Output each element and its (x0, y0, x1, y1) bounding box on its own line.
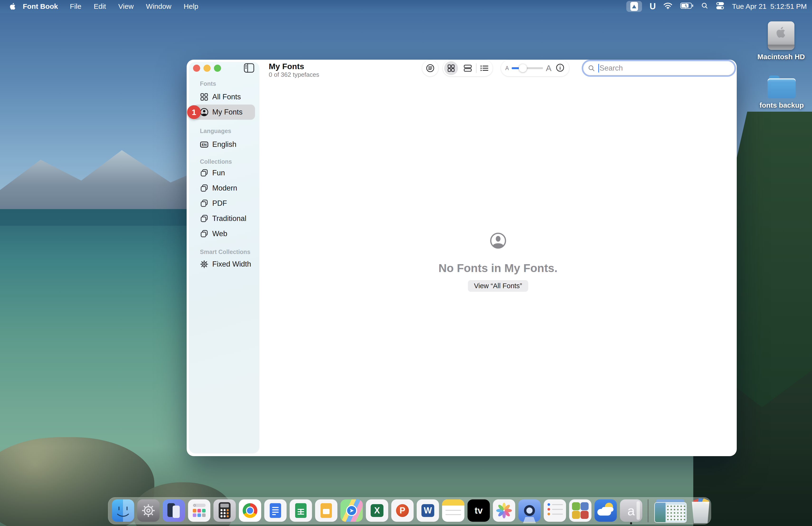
desktop-icon-label: fonts backup (758, 101, 806, 109)
dock-excel-icon[interactable]: X (366, 499, 388, 522)
dock-google-sheets-icon[interactable] (290, 499, 312, 522)
desktop-icon-macintosh-hd[interactable]: Macintosh HD (757, 22, 805, 61)
person-circle-icon (490, 232, 507, 250)
dock-apple-tv-icon[interactable]: tv (467, 499, 490, 522)
dock-photos-icon[interactable] (493, 499, 515, 522)
dock-font-book-icon[interactable]: a (620, 499, 642, 522)
dock-reminders-icon[interactable] (544, 499, 566, 522)
sidebar-section-fonts: Fonts (189, 81, 259, 87)
sidebar-item-english[interactable]: EN English (189, 137, 259, 152)
sidebar-item-pdf[interactable]: PDF (189, 196, 259, 211)
desktop-icon-fonts-backup[interactable]: fonts backup (758, 75, 806, 109)
collection-icon (200, 184, 209, 193)
sidebar-item-label: English (212, 140, 236, 149)
zoom-button[interactable] (214, 65, 221, 72)
menu-app-name[interactable]: Font Book (23, 2, 58, 11)
sidebar-item-label: Modern (212, 184, 237, 193)
dock-calculator-icon[interactable] (214, 499, 236, 522)
dock-weather-icon[interactable] (595, 499, 617, 522)
menu-date: Tue Apr 21 (732, 2, 767, 11)
empty-state-title: No Fonts in My Fonts. (259, 261, 737, 275)
menu-clock[interactable]: Tue Apr 21 5:12:51 PM (732, 2, 807, 11)
collection-icon (200, 229, 209, 238)
dock-finder-icon[interactable] (112, 499, 134, 522)
empty-state: No Fonts in My Fonts. View “All Fonts” (259, 60, 737, 456)
dock-google-slides-icon[interactable] (315, 499, 337, 522)
running-indicator (630, 522, 632, 524)
hard-drive-icon (768, 22, 795, 50)
sidebar: Fonts All Fonts 1 My Fonts Languages EN … (189, 62, 259, 453)
sidebar-toggle-icon[interactable] (244, 63, 255, 73)
sidebar-item-label: Fun (212, 169, 225, 177)
view-all-fonts-button[interactable]: View “All Fonts” (468, 280, 528, 292)
apple-menu-icon[interactable] (8, 2, 17, 11)
sidebar-item-label: PDF (212, 199, 227, 208)
spotlight-icon[interactable] (701, 2, 708, 11)
sidebar-item-label: Web (212, 229, 227, 238)
dock-trash-icon[interactable] (690, 499, 711, 523)
sidebar-item-web[interactable]: Web (189, 226, 259, 241)
menu-time: 5:12:51 PM (770, 2, 807, 11)
sidebar-section-smart-collections: Smart Collections (189, 249, 259, 255)
sidebar-item-label: All Fonts (212, 93, 241, 101)
sidebar-item-all-fonts[interactable]: All Fonts (189, 89, 259, 104)
control-center-icon[interactable] (716, 2, 724, 11)
sidebar-item-label: Fixed Width (212, 260, 251, 269)
dock-minimized-window-thumbnail[interactable] (654, 499, 687, 522)
dock-maps-icon[interactable]: ➤ (340, 499, 363, 522)
menu-window[interactable]: Window (140, 2, 178, 11)
menu-help[interactable]: Help (178, 2, 205, 11)
font-book-window: Fonts All Fonts 1 My Fonts Languages EN … (187, 60, 737, 456)
sidebar-item-modern[interactable]: Modern (189, 181, 259, 196)
dock: ➤ X P W tv a (108, 497, 711, 524)
dock-system-settings-icon[interactable] (137, 499, 160, 522)
dock-chrome-icon[interactable] (239, 499, 261, 522)
desktop-icon-label: Macintosh HD (757, 53, 805, 61)
dock-powerpoint-icon[interactable]: P (391, 499, 414, 522)
dock-iphone-mirroring-icon[interactable] (163, 499, 185, 522)
collection-icon (200, 214, 209, 223)
menu-edit[interactable]: Edit (88, 2, 112, 11)
person-circle-icon (200, 108, 209, 117)
dock-color-tiles-app-icon[interactable] (569, 499, 592, 522)
menu-file[interactable]: File (64, 2, 87, 11)
dock-google-docs-icon[interactable] (264, 499, 287, 522)
dock-launchpad-icon[interactable] (188, 499, 211, 522)
collection-icon (200, 199, 209, 208)
sidebar-item-fixed-width[interactable]: Fixed Width (189, 257, 259, 272)
dock-preview-icon[interactable] (518, 499, 541, 522)
sidebar-item-my-fonts[interactable]: 1 My Fonts (193, 104, 255, 120)
step-1-annotation-badge: 1 (187, 105, 201, 119)
dock-notes-icon[interactable] (442, 499, 464, 522)
folder-icon (768, 75, 796, 98)
grid-icon (200, 93, 209, 101)
sidebar-item-label: Traditional (212, 214, 246, 223)
sidebar-section-collections: Collections (189, 158, 259, 165)
sidebar-section-languages: Languages (189, 128, 259, 134)
dock-word-icon[interactable]: W (417, 499, 439, 522)
close-button[interactable] (193, 65, 200, 72)
en-language-icon: EN (200, 142, 209, 147)
status-app-highlight-icon[interactable] (626, 1, 642, 12)
dock-divider (648, 499, 649, 522)
menu-bar: Font Book File Edit View Window Help U T… (0, 0, 812, 13)
collection-icon (200, 169, 209, 177)
wifi-icon[interactable] (663, 2, 673, 11)
menu-view[interactable]: View (112, 2, 140, 11)
gear-icon (200, 260, 209, 269)
status-u-app-icon[interactable]: U (650, 1, 655, 11)
sidebar-item-fun[interactable]: Fun (189, 165, 259, 181)
battery-charging-icon[interactable] (680, 2, 694, 11)
minimize-button[interactable] (203, 65, 211, 72)
sidebar-item-label: My Fonts (212, 108, 243, 116)
sidebar-item-traditional[interactable]: Traditional (189, 211, 259, 226)
